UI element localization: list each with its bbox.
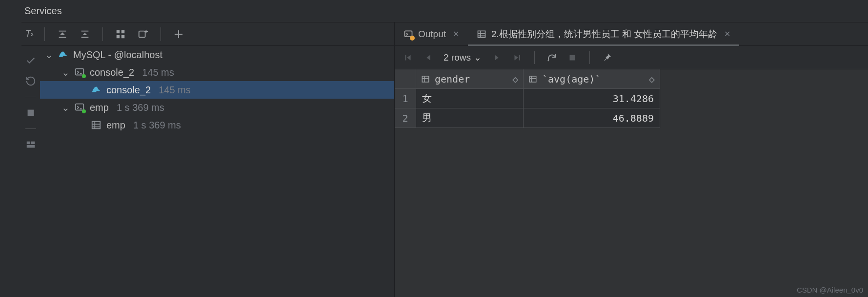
svg-rect-0 [117,30,120,33]
cell-gender[interactable]: 女 [416,89,524,108]
history-icon[interactable] [25,75,37,87]
panel-header: Services [21,0,868,22]
tree-label: console_2 [106,85,151,96]
tree-label: emp [106,120,125,131]
tree-label: emp [90,102,109,113]
column-header-avg-age[interactable]: `avg(age)` ◇ [524,69,660,89]
tree-time: 1 s 369 ms [117,102,164,113]
cell-gender[interactable]: 男 [416,108,524,128]
toolbar-separator [102,27,103,41]
chevron-down-icon[interactable]: ⌄ [61,66,69,78]
console-icon [74,67,85,78]
svg-rect-16 [529,76,536,82]
tab-label: Output [418,29,446,40]
row-number[interactable]: 2 [395,108,416,128]
table-icon [91,120,101,130]
gutter-separator [25,97,36,97]
sort-icon[interactable]: ◇ [649,73,656,85]
tree-label: console_2 [90,67,134,78]
svg-rect-12 [405,31,412,37]
table-icon [528,75,537,84]
tree-label: MySQL - @localhost [73,49,162,61]
sort-icon[interactable]: ◇ [512,73,519,85]
chevron-down-icon[interactable]: ⌄ [61,102,69,113]
tree-time: 145 ms [142,67,174,78]
results-tabs: Output ✕ 2.根据性别分组，统计男性员工 和 女性员工的平均年龄 ✕ [395,22,868,46]
svg-rect-10 [76,104,84,110]
new-tab-icon[interactable] [136,27,150,41]
results-toolbar: 2 rows⌄ [395,46,868,69]
grid-corner [395,69,416,89]
svg-rect-1 [121,30,124,33]
column-header-gender[interactable]: gender ◇ [416,69,524,89]
toolbar-separator [161,27,161,41]
services-tree[interactable]: ⌄ MySQL - @localhost ⌄ console_2 145 ms … [40,46,394,134]
tab-label: 2.根据性别分组，统计男性员工 和 女性员工的平均年龄 [491,28,717,41]
tree-leaf-emp[interactable]: emp 1 s 369 ms [40,116,394,134]
results-grid-area: gender ◇ `avg(age)` ◇ 1 女 31.4286 2 男 46… [395,69,868,297]
transaction-icon[interactable]: Tx [25,29,34,39]
toolbar-separator [589,51,590,64]
results-grid[interactable]: gender ◇ `avg(age)` ◇ 1 女 31.4286 2 男 46… [395,69,868,128]
svg-rect-2 [117,35,120,38]
row-number[interactable]: 1 [395,89,416,108]
last-page-icon[interactable] [512,52,523,63]
collapse-all-icon[interactable] [78,27,92,41]
svg-rect-14 [569,55,575,60]
svg-rect-5 [28,110,34,116]
column-label: gender [435,73,470,85]
layout-grid-icon[interactable] [114,27,127,41]
rows-count[interactable]: 2 rows⌄ [444,52,482,63]
svg-rect-3 [121,35,124,38]
left-gutter [21,46,40,150]
svg-rect-15 [422,76,429,82]
tree-time: 145 ms [159,85,191,96]
table-icon [421,75,430,84]
table-icon [477,29,486,39]
tree-node-mysql[interactable]: ⌄ MySQL - @localhost [40,46,394,64]
stop-icon[interactable] [567,52,578,63]
tab-query-result[interactable]: 2.根据性别分组，统计男性员工 和 女性员工的平均年龄 ✕ [468,22,739,45]
layout-icon[interactable] [25,139,37,150]
chevron-down-icon[interactable]: ⌄ [45,49,53,61]
chevron-down-icon: ⌄ [474,52,482,63]
mysql-icon [91,85,101,95]
stop-icon[interactable] [25,107,37,119]
results-panel: Output ✕ 2.根据性别分组，统计男性员工 和 女性员工的平均年龄 ✕ 2… [394,22,868,297]
first-page-icon[interactable] [403,52,413,63]
svg-rect-8 [27,145,35,148]
tree-leaf-console2[interactable]: console_2 145 ms [40,81,394,99]
svg-rect-7 [31,142,35,145]
console-icon [74,102,85,113]
close-icon[interactable]: ✕ [724,29,730,39]
check-icon[interactable] [25,55,37,66]
close-icon[interactable]: ✕ [453,29,459,39]
mysql-icon [58,49,68,60]
add-icon[interactable] [172,27,185,41]
tree-node-emp[interactable]: ⌄ emp 1 s 369 ms [40,99,394,116]
tree-node-console2[interactable]: ⌄ console_2 145 ms [40,64,394,81]
tree-time: 1 s 369 ms [133,120,181,131]
expand-all-icon[interactable] [56,27,69,41]
toolbar-separator [44,27,45,41]
prev-page-icon[interactable] [423,52,434,63]
panel-title: Services [24,5,62,17]
cell-avg-age[interactable]: 31.4286 [524,89,660,108]
toolbar-separator [534,51,535,64]
services-toolbar: Tx [21,22,394,46]
svg-rect-4 [139,31,145,37]
next-page-icon[interactable] [491,52,502,63]
tab-output[interactable]: Output ✕ [395,22,468,45]
gutter-separator [25,128,36,129]
svg-rect-9 [76,69,84,75]
svg-rect-13 [478,31,485,37]
output-icon [404,29,413,39]
refresh-icon[interactable] [546,52,557,63]
pin-icon[interactable] [602,52,612,63]
column-label: `avg(age)` [542,73,601,85]
svg-rect-6 [27,142,30,145]
watermark: CSDN @Aileen_0v0 [797,286,863,294]
cell-avg-age[interactable]: 46.8889 [524,108,660,128]
svg-rect-11 [92,122,101,129]
